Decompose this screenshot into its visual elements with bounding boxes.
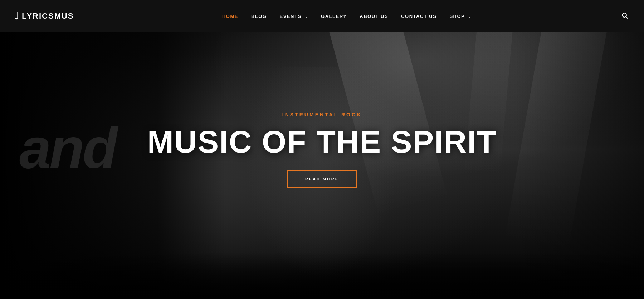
search-button[interactable] xyxy=(620,10,630,22)
chevron-down-icon: ⌄ xyxy=(468,15,472,19)
nav-link-gallery[interactable]: GALLERY xyxy=(321,14,347,19)
nav-item-home[interactable]: HOME xyxy=(222,13,238,19)
nav-item-shop[interactable]: SHOP ⌄ xyxy=(449,13,471,19)
nav-item-about[interactable]: ABOUT US xyxy=(360,13,388,19)
logo[interactable]: ♩ LYRICSMUS xyxy=(14,11,74,21)
hero-title: MUSIC OF THE SPIRIT xyxy=(147,126,497,158)
hero-cta-button[interactable]: READ MORE xyxy=(287,170,357,188)
chevron-down-icon: ⌄ xyxy=(305,15,308,19)
nav-link-about[interactable]: ABOUT US xyxy=(360,14,388,19)
background-text-overlay: and xyxy=(19,120,116,177)
hero-section: and INSTRUMENTAL ROCK MUSIC OF THE SPIRI… xyxy=(0,0,644,299)
hero-content: INSTRUMENTAL ROCK MUSIC OF THE SPIRIT RE… xyxy=(147,112,497,188)
nav-link-contact[interactable]: CONTACT US xyxy=(401,14,436,19)
nav-menu: HOME BLOG EVENTS ⌄ GALLERY ABOUT US CONT… xyxy=(222,13,472,19)
nav-link-events[interactable]: EVENTS ⌄ xyxy=(279,14,308,19)
nav-link-blog[interactable]: BLOG xyxy=(251,14,267,19)
nav-item-gallery[interactable]: GALLERY xyxy=(321,13,347,19)
music-note-icon: ♩ xyxy=(14,11,19,21)
nav-item-contact[interactable]: CONTACT US xyxy=(401,13,436,19)
svg-line-1 xyxy=(626,16,628,18)
navbar: ♩ LYRICSMUS HOME BLOG EVENTS ⌄ GALLERY A… xyxy=(0,0,644,32)
nav-item-events[interactable]: EVENTS ⌄ xyxy=(279,13,308,19)
search-icon xyxy=(621,12,628,19)
hero-genre-label: INSTRUMENTAL ROCK xyxy=(282,112,362,118)
nav-item-blog[interactable]: BLOG xyxy=(251,13,267,19)
nav-link-home[interactable]: HOME xyxy=(222,14,238,19)
nav-link-shop[interactable]: SHOP ⌄ xyxy=(449,14,471,19)
brand-name: LYRICSMUS xyxy=(22,11,74,21)
